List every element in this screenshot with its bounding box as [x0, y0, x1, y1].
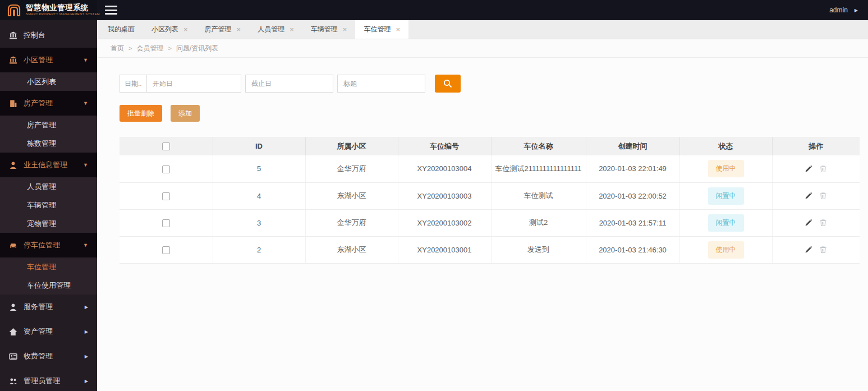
status-badge: 使用中 [708, 160, 744, 177]
table-row: 5 金华万府 XY20200103004 车位测试211111111111111… [120, 155, 860, 182]
sidebar-item-personnel[interactable]: 人员管理 [0, 177, 97, 196]
tab-my-desktop[interactable]: 我的桌面 [99, 20, 143, 39]
col-code: 车位编号 [398, 137, 491, 155]
main-area: 我的桌面 小区列表 × 房产管理 × 人员管理 × 车辆管理 × [97, 20, 868, 391]
top-header-bar: 智慧物业管理系统 SMART PROPERTY MANAGEMENT SYSTE… [0, 0, 868, 20]
trash-icon[interactable] [819, 246, 827, 254]
row-checkbox[interactable] [162, 192, 170, 200]
logo-subtitle: SMART PROPERTY MANAGEMENT SYSTEM [26, 12, 100, 16]
table-row: 3 金华万府 XY20200103002 测试2 2020-01-03 21:5… [120, 209, 860, 236]
date-label: 日期.. [120, 75, 147, 92]
hamburger-icon[interactable] [105, 6, 117, 15]
breadcrumb-home[interactable]: 首页 [111, 44, 124, 53]
sidebar-group-label: 停车位管理 [24, 240, 60, 250]
chevron-right-icon: ▶ [85, 305, 88, 310]
sidebar-item-property-mgmt[interactable]: 房产管理 [0, 116, 97, 134]
sidebar-item-console[interactable]: 控制台 [0, 23, 97, 48]
chevron-down-icon: ▼ [83, 242, 88, 248]
tab-vehicle-mgmt[interactable]: 车辆管理 × [302, 20, 356, 39]
sidebar-group-label: 管理员管理 [24, 376, 60, 386]
col-community: 所属小区 [305, 137, 398, 155]
building-icon [9, 99, 17, 108]
sidebar-item-building-count[interactable]: 栋数管理 [0, 134, 97, 153]
breadcrumb-current: 问题/资讯列表 [176, 44, 218, 53]
breadcrumb-member-mgmt[interactable]: 会员管理 [136, 44, 163, 53]
chevron-right-icon: ▶ [85, 379, 88, 384]
col-id: ID [213, 137, 305, 155]
sidebar-group-property[interactable]: 房产管理 ▼ [0, 91, 97, 116]
close-icon[interactable]: × [290, 26, 294, 33]
start-date-input[interactable] [147, 75, 241, 92]
chevron-down-icon: ▼ [83, 57, 88, 63]
sidebar-item-parking-space[interactable]: 车位管理 [0, 257, 97, 276]
edit-icon[interactable] [805, 219, 812, 227]
trash-icon[interactable] [819, 192, 827, 200]
status-badge: 使用中 [708, 241, 744, 259]
action-bar: 批量删除 添加 [120, 105, 860, 122]
sidebar-group-service[interactable]: 服务管理 ▶ [0, 295, 97, 319]
chevron-right-icon: ▶ [85, 329, 88, 334]
edit-icon[interactable] [805, 192, 812, 200]
logo-title: 智慧物业管理系统 [26, 4, 104, 12]
tab-property-mgmt[interactable]: 房产管理 × [196, 20, 250, 39]
sidebar-item-parking-usage[interactable]: 车位使用管理 [0, 276, 97, 295]
sidebar-group-label: 收费管理 [24, 351, 53, 361]
filter-bar: 日期.. [120, 75, 860, 93]
sidebar-group-community[interactable]: 小区管理 ▼ [0, 48, 97, 72]
user-icon [9, 161, 17, 169]
status-badge: 闲置中 [708, 214, 744, 232]
chevron-right-icon: ▶ [85, 354, 88, 359]
sidebar-group-label: 服务管理 [24, 302, 53, 312]
app-window: 智慧物业管理系统 SMART PROPERTY MANAGEMENT SYSTE… [0, 0, 868, 391]
sidebar-group-label: 业主信息管理 [24, 160, 67, 170]
user-menu[interactable]: admin [829, 6, 848, 14]
add-button[interactable]: 添加 [171, 105, 200, 122]
tab-personnel-mgmt[interactable]: 人员管理 × [249, 20, 302, 39]
page-content: 日期.. 批量删除 添加 [97, 58, 868, 391]
edit-icon[interactable] [805, 246, 812, 254]
user-caret-icon[interactable]: ▶ [855, 8, 858, 13]
trash-icon[interactable] [819, 219, 827, 227]
row-checkbox[interactable] [162, 219, 170, 227]
app-logo: 智慧物业管理系统 SMART PROPERTY MANAGEMENT SYSTE… [0, 0, 97, 20]
close-icon[interactable]: × [183, 26, 188, 33]
sidebar-group-asset[interactable]: 资产管理 ▶ [0, 319, 97, 344]
sidebar-group-admin[interactable]: 管理员管理 ▶ [0, 369, 97, 391]
card-icon [9, 352, 17, 361]
status-badge: 闲置中 [708, 187, 744, 205]
col-status: 状态 [679, 137, 772, 155]
tab-community-list[interactable]: 小区列表 × [143, 20, 196, 39]
user-icon [9, 303, 17, 311]
end-date-input[interactable] [245, 75, 333, 93]
title-input[interactable] [337, 75, 425, 93]
chevron-down-icon: ▼ [83, 100, 88, 106]
sidebar-group-fee[interactable]: 收费管理 ▶ [0, 344, 97, 369]
sidebar: 控制台 小区管理 ▼ 小区列表 房产管理 ▼ 房产管理 [0, 20, 97, 391]
sidebar-group-owner-info[interactable]: 业主信息管理 ▼ [0, 153, 97, 177]
tab-parking-mgmt[interactable]: 车位管理 × [355, 20, 408, 39]
breadcrumb-separator: > [128, 45, 132, 52]
tab-bar: 我的桌面 小区列表 × 房产管理 × 人员管理 × 车辆管理 × [97, 20, 868, 39]
sidebar-group-parking[interactable]: 停车位管理 ▼ [0, 233, 97, 257]
sidebar-item-label: 控制台 [24, 30, 45, 40]
batch-delete-button[interactable]: 批量删除 [120, 105, 162, 122]
row-checkbox[interactable] [162, 246, 170, 254]
row-checkbox[interactable] [162, 165, 170, 173]
date-range-group: 日期.. [120, 75, 241, 93]
trash-icon[interactable] [819, 165, 827, 173]
sidebar-item-pet[interactable]: 宠物管理 [0, 214, 97, 233]
sidebar-item-community-list[interactable]: 小区列表 [0, 72, 97, 91]
select-all-checkbox[interactable] [162, 142, 170, 150]
breadcrumb: 首页 > 会员管理 > 问题/资讯列表 [97, 39, 868, 58]
sidebar-item-vehicle[interactable]: 车辆管理 [0, 196, 97, 214]
edit-icon[interactable] [805, 165, 812, 173]
search-button[interactable] [435, 75, 461, 93]
magnifier-icon [443, 79, 452, 88]
sidebar-group-label: 房产管理 [24, 98, 53, 108]
close-icon[interactable]: × [343, 26, 347, 33]
breadcrumb-separator: > [168, 45, 171, 52]
sidebar-group-label: 资产管理 [24, 326, 53, 337]
close-icon[interactable]: × [237, 26, 241, 33]
close-icon[interactable]: × [396, 26, 400, 33]
sidebar-group-label: 小区管理 [24, 55, 53, 65]
